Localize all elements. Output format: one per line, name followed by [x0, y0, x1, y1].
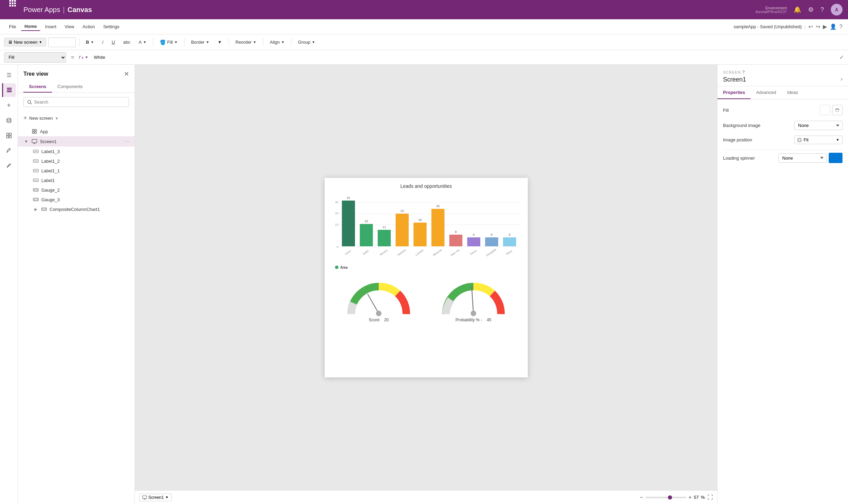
search-input[interactable] [34, 99, 125, 105]
svg-rect-26 [34, 189, 38, 191]
tree-item-label11[interactable]: Label1_1 [18, 166, 135, 175]
italic-button[interactable]: / [99, 38, 107, 46]
spinner-color-swatch[interactable] [829, 153, 842, 163]
menu-view[interactable]: View [61, 23, 78, 31]
menu-home[interactable]: Home [21, 22, 40, 31]
fill-control [820, 105, 842, 115]
help-button[interactable]: ? [820, 6, 824, 13]
new-screen-button[interactable]: 🖥 New screen ▼ [4, 38, 46, 46]
menu-file[interactable]: File [6, 23, 20, 31]
svg-text:Istanbul: Istanbul [397, 248, 406, 257]
tree-item-composite-chart[interactable]: ▶ CompositeColumnChart1 [18, 204, 135, 214]
play-button[interactable]: ▶ [823, 23, 827, 30]
fx-indicator: f x ▼ [79, 55, 88, 60]
border-button[interactable]: Border ▼ [188, 38, 212, 46]
menu-insert[interactable]: Insert [42, 23, 60, 31]
formula-input[interactable] [91, 55, 837, 60]
zoom-in-button[interactable]: + [689, 494, 692, 501]
tree-item-label12[interactable]: Label1_2 [18, 156, 135, 166]
expand-chart-icon[interactable]: ▶ [33, 206, 39, 212]
hamburger-menu-button[interactable]: ☰ [2, 68, 16, 82]
brush-icon-button[interactable] [2, 144, 16, 158]
tab-ideas[interactable]: Ideas [782, 86, 804, 99]
zoom-thumb[interactable] [668, 495, 672, 500]
svg-rect-5 [9, 133, 11, 135]
dropdown-arrow-button[interactable]: ▼ [214, 38, 225, 46]
canvas-scroll[interactable]: Leads and opportunities 30 20 10 0 [135, 65, 717, 490]
expand-panel-button[interactable]: › [841, 76, 842, 82]
bold-button[interactable]: B▼ [83, 38, 97, 46]
svg-text:Seoul: Seoul [469, 249, 477, 256]
tools-icon-button[interactable] [2, 159, 16, 173]
data-icon-button[interactable] [2, 114, 16, 127]
image-position-select[interactable]: Fit ▼ [794, 136, 842, 144]
strikethrough-button[interactable]: abc [120, 38, 134, 46]
more-options-icon[interactable]: ··· [125, 138, 129, 144]
loading-spinner-select[interactable]: None [778, 153, 827, 163]
fx-icon: f [79, 55, 80, 60]
fill-color-swatch[interactable] [820, 105, 830, 115]
fill-property-row: Fill [723, 105, 842, 115]
screen-size-selector[interactable] [48, 37, 76, 47]
zoom-slider[interactable] [645, 497, 687, 498]
tools-icon [6, 163, 12, 169]
canvas-frame: Leads and opportunities 30 20 10 0 [325, 178, 528, 377]
formula-accept-button[interactable]: ✓ [839, 54, 844, 61]
property-selector[interactable]: Fill [4, 52, 66, 63]
collapse-screen1-icon[interactable]: ▼ [23, 139, 29, 144]
tree-item-screen1[interactable]: ▼ Screen1 ··· [18, 136, 135, 147]
underline-button[interactable]: U [108, 38, 118, 46]
svg-text:16: 16 [418, 218, 421, 222]
props-section-label: SCREEN ? [723, 69, 842, 75]
svg-line-69 [368, 294, 379, 313]
fill-button[interactable]: 🪣 Fill ▼ [157, 38, 181, 47]
align-button[interactable]: Align ▼ [267, 38, 288, 46]
tree-item-gauge3[interactable]: Gauge_3 [18, 195, 135, 204]
settings-button[interactable]: ⚙ [808, 6, 814, 13]
gauge-prob-svg [439, 276, 508, 318]
chevron-down-icon: ▼ [218, 40, 222, 45]
new-screen-row[interactable]: + New screen ▼ [23, 112, 59, 124]
background-image-select[interactable]: None [794, 121, 842, 130]
tab-components[interactable]: Components [52, 81, 88, 93]
waffle-menu-button[interactable] [6, 3, 19, 17]
screen-indicator[interactable]: Screen1 ▼ [139, 494, 172, 501]
app-icon [32, 129, 37, 134]
tree-close-button[interactable]: ✕ [124, 70, 129, 78]
svg-rect-10 [32, 129, 34, 131]
background-image-label: Background image [723, 123, 760, 128]
svg-point-77 [836, 109, 837, 110]
svg-text:Cairo: Cairo [344, 249, 352, 256]
undo-button[interactable]: ↩ [808, 23, 813, 30]
user-check-button[interactable]: 👤 [830, 23, 837, 30]
tree-item-label1[interactable]: Label1 [18, 175, 135, 185]
loading-spinner-row: Loading spinner None [723, 153, 842, 163]
reorder-button[interactable]: Reorder ▼ [232, 38, 260, 46]
tab-advanced[interactable]: Advanced [751, 86, 782, 99]
zoom-out-button[interactable]: − [640, 494, 643, 501]
tab-properties[interactable]: Properties [718, 86, 751, 99]
font-color-button[interactable]: A▼ [136, 38, 150, 46]
components-icon-button[interactable] [2, 129, 16, 142]
chevron-down-icon: ▼ [39, 40, 42, 44]
tree-item-label13[interactable]: Label1_3 [18, 147, 135, 156]
screen-icon [32, 139, 37, 144]
layers-icon-button[interactable] [2, 83, 16, 97]
help-icon-button[interactable]: ? [742, 69, 745, 75]
canvas-bottom-bar: Screen1 ▼ − + 57 % ⛶ [135, 490, 717, 504]
notifications-button[interactable]: 🔔 [794, 6, 801, 13]
svg-text:Mexico: Mexico [379, 248, 388, 256]
redo-button[interactable]: ↪ [816, 23, 820, 30]
fullscreen-button[interactable]: ⛶ [708, 494, 713, 501]
add-button[interactable]: + [2, 98, 16, 112]
group-button[interactable]: Group ▼ [295, 38, 318, 46]
loading-spinner-control: None [778, 153, 842, 163]
help-menu-button[interactable]: ? [839, 24, 842, 30]
tree-item-app[interactable]: App [18, 127, 135, 136]
tab-screens[interactable]: Screens [23, 81, 52, 93]
menu-action[interactable]: Action [79, 23, 98, 31]
menu-settings[interactable]: Settings [100, 23, 123, 31]
fill-color-picker-button[interactable] [832, 105, 842, 115]
avatar[interactable]: A [831, 4, 842, 15]
tree-item-gauge2[interactable]: Gauge_2 [18, 185, 135, 195]
